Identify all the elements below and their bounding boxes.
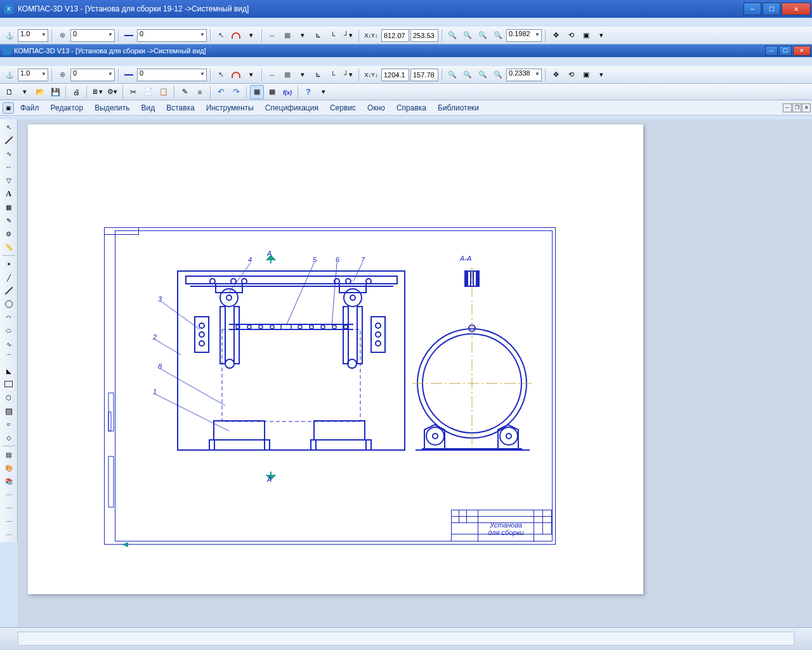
doc-maximize-button[interactable]: ☐	[779, 46, 792, 56]
whats-this-button[interactable]	[301, 85, 315, 99]
window-frame-icon-2[interactable]: ▣	[579, 68, 593, 82]
grid-icon-2[interactable]	[280, 68, 294, 82]
tool-table[interactable]: ▦	[2, 201, 16, 213]
tool-color[interactable]: 🎨	[2, 461, 16, 474]
coord-x-input-2[interactable]	[381, 69, 409, 81]
angle-snap-icon-2[interactable]	[265, 68, 279, 82]
menu-service[interactable]: Сервис	[325, 102, 361, 114]
angle-snap-icon[interactable]	[265, 29, 279, 43]
cursor-icon-2[interactable]	[214, 68, 228, 82]
local-cs-icon-2[interactable]: └	[326, 68, 340, 82]
tool-point[interactable]	[2, 258, 16, 270]
print-button[interactable]	[69, 85, 83, 99]
step-icon[interactable]	[55, 29, 69, 43]
zoom-window-icon-2[interactable]	[491, 68, 505, 82]
step-select[interactable]: 0▼	[70, 29, 115, 42]
tool-polyline[interactable]: ∿	[2, 147, 16, 160]
tool-circle[interactable]	[2, 298, 16, 310]
menu-libraries[interactable]: Библиотеки	[433, 102, 484, 114]
mdi-restore[interactable]: ❐	[792, 103, 801, 112]
grid-icon[interactable]	[280, 29, 294, 43]
tool-chamfer[interactable]: ◣	[2, 364, 16, 377]
tool-text[interactable]	[2, 187, 16, 200]
minimize-button[interactable]: ─	[743, 3, 761, 15]
more-icon[interactable]: ▾	[594, 29, 608, 43]
tool-contour[interactable]: ◇	[2, 431, 16, 444]
layers-button[interactable]: ≡	[193, 85, 207, 99]
zoom-out-icon[interactable]	[476, 29, 490, 43]
menu-editor[interactable]: Редактор	[46, 102, 89, 114]
tool-layer[interactable]: ▤	[2, 448, 16, 461]
tool-more1[interactable]: ⋯	[2, 488, 16, 501]
tool-equid[interactable]: ≈	[2, 418, 16, 430]
zoom-fit-icon-2[interactable]	[445, 68, 459, 82]
tool-aux-line[interactable]: ╱	[2, 271, 16, 284]
tool-dim[interactable]	[2, 161, 16, 173]
app-menu-icon[interactable]: ▣	[3, 102, 14, 114]
tool-measure[interactable]: 📏	[2, 241, 16, 253]
round-icon-2[interactable]: ┘▾	[341, 68, 355, 82]
tool-fillet[interactable]: ⌒	[2, 351, 16, 364]
magnet-icon[interactable]	[214, 29, 228, 43]
dropdown-arrow-icon-2[interactable]: ▾	[244, 68, 258, 82]
tool-lib[interactable]: 📚	[2, 475, 16, 488]
tool-hatch[interactable]	[2, 404, 16, 417]
scale-select-2[interactable]: 1.0▼	[18, 69, 48, 81]
paste-button[interactable]	[157, 85, 171, 99]
new-dd[interactable]: ▾	[18, 85, 32, 99]
pan-icon-2[interactable]: ✥	[549, 68, 563, 82]
linestyle-select-2[interactable]: 0▼	[137, 69, 207, 81]
grid-dd-icon-2[interactable]: ▾	[296, 68, 310, 82]
zoom-in-icon-2[interactable]	[461, 68, 475, 82]
open-button[interactable]	[33, 85, 47, 99]
tool-edit[interactable]: ✎	[2, 214, 16, 227]
step-select-2[interactable]: 0▼	[70, 69, 115, 81]
round-icon[interactable]: ┘▾	[341, 29, 355, 43]
mgr-button[interactable]: ▦	[250, 85, 264, 99]
save-button[interactable]	[48, 85, 62, 99]
refresh-view-icon[interactable]: ⟲	[564, 29, 578, 43]
ortho-icon-2[interactable]: ⊾	[311, 68, 325, 82]
close-button[interactable]: ✕	[782, 3, 811, 15]
copy-button[interactable]	[141, 85, 155, 99]
menu-view[interactable]: Вид	[136, 102, 160, 114]
cut-button[interactable]	[126, 85, 140, 99]
menu-select[interactable]: Выделить	[89, 102, 134, 114]
tool-rect[interactable]	[2, 378, 16, 390]
tool-line[interactable]	[2, 134, 16, 147]
tool-segment[interactable]	[2, 284, 16, 297]
brush-button[interactable]: ✎	[178, 85, 192, 99]
local-cs-icon[interactable]: └	[326, 29, 340, 43]
tool-polygon[interactable]: ⬡	[2, 391, 16, 404]
zoom-window-icon[interactable]	[491, 29, 505, 43]
menu-insert[interactable]: Вставка	[161, 102, 200, 114]
redo-button[interactable]	[229, 85, 243, 99]
more-icon-2[interactable]: ▾	[594, 68, 608, 82]
tool-geometry[interactable]: ↖	[2, 121, 16, 133]
tool-spline[interactable]: ∿	[2, 338, 16, 350]
drawing-page[interactable]: А А 4 5 6 7 3 2 8 1 А-А	[28, 124, 643, 594]
tool-ellipse[interactable]: ⬭	[2, 324, 16, 337]
current-scale-icon-2[interactable]	[3, 68, 16, 82]
mdi-minimize[interactable]: ─	[783, 103, 792, 112]
help-dd[interactable]: ▾	[317, 85, 331, 99]
coord-x-input[interactable]	[381, 29, 409, 42]
menu-file[interactable]: Файл	[15, 102, 44, 114]
tool-more3[interactable]: ⋯	[2, 515, 16, 527]
vars-button[interactable]: ▦	[265, 85, 279, 99]
zoom-out-icon-2[interactable]	[476, 68, 490, 82]
ortho-icon[interactable]: ⊾	[311, 29, 325, 43]
tool-more2[interactable]: ⋯	[2, 501, 16, 514]
mdi-close[interactable]: ✕	[802, 103, 811, 112]
window-frame-icon[interactable]: ▣	[579, 29, 593, 43]
zoom-in-icon[interactable]	[461, 29, 475, 43]
linestyle-icon[interactable]	[122, 29, 136, 43]
refresh-view-icon-2[interactable]: ⟲	[564, 68, 578, 82]
linestyle-select[interactable]: 0▼	[137, 29, 207, 42]
linestyle-icon-2[interactable]	[122, 68, 136, 82]
fx-button[interactable]	[280, 85, 294, 99]
props-button[interactable]: ⚙▾	[105, 85, 119, 99]
new-button[interactable]	[3, 85, 16, 99]
drawing-workspace[interactable]: А А 4 5 6 7 3 2 8 1 А-А	[18, 119, 812, 627]
snap-magnet[interactable]	[229, 29, 243, 43]
